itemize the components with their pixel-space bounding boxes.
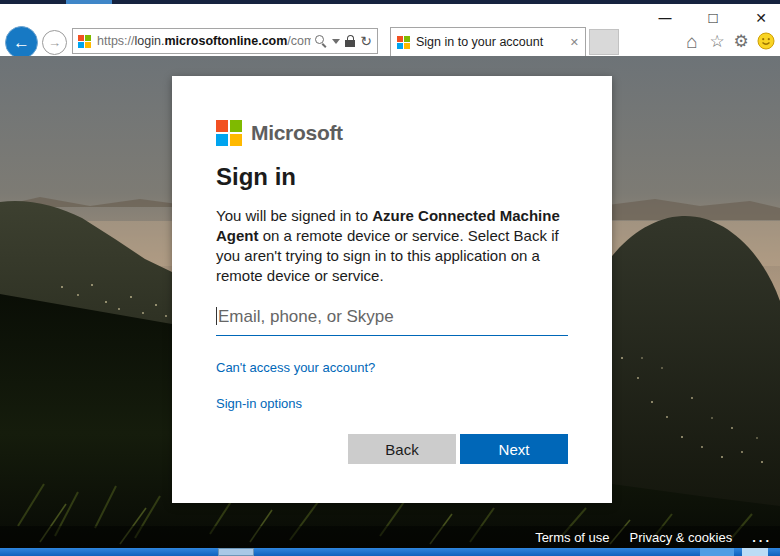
- taskbar-tray-fragment: [742, 548, 768, 556]
- button-row: Back Next: [216, 434, 568, 464]
- description-text-post: on a remote device or service. Select Ba…: [216, 227, 559, 284]
- url-text[interactable]: https://login.microsoftonline.com/comm: [97, 34, 311, 48]
- tab-close-icon[interactable]: ✕: [570, 36, 579, 49]
- refresh-icon[interactable]: ↻: [360, 35, 372, 47]
- favorites-star-icon[interactable]: ☆: [705, 30, 729, 54]
- signin-description: You will be signed in to Azure Connected…: [216, 206, 568, 286]
- maximize-button[interactable]: □: [698, 6, 728, 30]
- microsoft-favicon-icon: [78, 35, 91, 48]
- search-icon[interactable]: [315, 35, 327, 47]
- back-nav-button[interactable]: ←: [5, 26, 38, 59]
- home-icon[interactable]: ⌂: [680, 30, 704, 54]
- minimize-button[interactable]: —: [650, 6, 680, 30]
- forward-nav-button[interactable]: →: [42, 30, 67, 55]
- lock-icon: [345, 35, 355, 48]
- chevron-down-icon[interactable]: [332, 39, 340, 44]
- taskbar-window-fragment: [218, 548, 254, 556]
- taskbar-highlight: [700, 548, 734, 556]
- email-field[interactable]: [216, 304, 568, 336]
- cant-access-account-link[interactable]: Can't access your account?: [216, 360, 568, 375]
- close-button[interactable]: ✕: [746, 6, 776, 30]
- text-caret: [216, 307, 217, 325]
- signin-heading: Sign in: [216, 162, 568, 192]
- tab-sign-in[interactable]: Sign in to your account ✕: [390, 27, 586, 57]
- microsoft-logo-icon: [216, 120, 242, 146]
- forward-arrow-icon: →: [48, 35, 61, 50]
- sign-in-options-link[interactable]: Sign-in options: [216, 396, 568, 411]
- url-domain: microsoftonline.com: [164, 34, 287, 48]
- gear-icon[interactable]: ⚙: [729, 30, 753, 54]
- tab-title: Sign in to your account: [416, 35, 566, 49]
- taskbar-sliver: [0, 548, 780, 556]
- microsoft-logo-text: Microsoft: [251, 121, 343, 145]
- terms-of-use-link[interactable]: Terms of use: [535, 530, 609, 545]
- page-footer: Terms of use Privacy & cookies ...: [0, 526, 780, 548]
- page-background: Microsoft Sign in You will be signed in …: [0, 56, 780, 548]
- address-bar[interactable]: https://login.microsoftonline.com/comm ↻: [72, 28, 378, 54]
- signin-card: Microsoft Sign in You will be signed in …: [172, 76, 612, 503]
- email-field-wrap: [216, 304, 568, 336]
- back-button[interactable]: Back: [348, 434, 456, 464]
- url-path: /comm: [287, 34, 311, 48]
- description-text-pre: You will be signed in to: [216, 207, 372, 224]
- tab-favicon-icon: [397, 36, 410, 49]
- url-subdomain: login.: [135, 34, 165, 48]
- url-scheme: https://: [97, 34, 135, 48]
- feedback-smiley-icon[interactable]: [754, 32, 778, 56]
- privacy-cookies-link[interactable]: Privacy & cookies: [630, 530, 733, 545]
- new-tab-button[interactable]: [589, 29, 619, 55]
- more-options-ellipsis[interactable]: ...: [752, 530, 772, 545]
- back-arrow-icon: ←: [13, 33, 30, 53]
- microsoft-logo: Microsoft: [216, 120, 568, 146]
- browser-chrome: — □ ✕ ← → https://login.microsoftonline.…: [0, 4, 780, 56]
- next-button[interactable]: Next: [460, 434, 568, 464]
